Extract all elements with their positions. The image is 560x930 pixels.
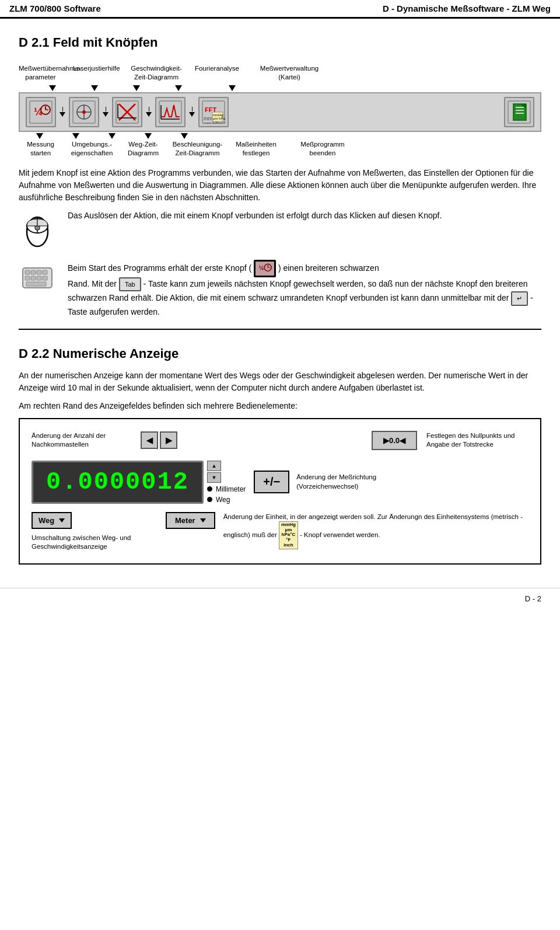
chevron-down-meter-icon: [200, 518, 206, 523]
label-messung: Messungstarten: [19, 140, 62, 158]
section-divider: [19, 329, 541, 330]
mouse-icon: [19, 210, 56, 249]
nd-arrow-right-btn[interactable]: ▶: [160, 431, 177, 449]
arrow-connector3: [146, 107, 152, 117]
svg-rect-40: [43, 270, 47, 274]
toolbar-arrows-top: [19, 85, 541, 91]
enter-key-label: ↵: [517, 294, 522, 304]
toolbar-wrapper: Meßwertübernahme-parameter Laserjustierh…: [19, 64, 541, 158]
section1-heading: D 2.1 Feld mit Knöpfen: [19, 35, 541, 50]
nd-right-label: Änderung der Meßrichtung (Vorzeichenwech…: [296, 473, 393, 491]
nd-mm-radio: Millimeter: [207, 485, 246, 493]
tab-key-label: Tab: [125, 280, 135, 290]
toolbar-label-messwertv: Meßwertverwaltung(Kartei): [251, 64, 327, 82]
section1-paragraph1: Mit jedem Knopf ist eine Aktion des Prog…: [19, 167, 541, 204]
nd-middle-row: 0.0000012 ▲ ▼ Millimeter Weg: [32, 461, 528, 504]
nd-plus-minus-btn[interactable]: +/−: [254, 471, 289, 493]
header-right: D - Dynamische Meßsoftware - ZLM Weg: [383, 4, 551, 13]
mouse-row: Das Auslösen der Aktion, die mit einem K…: [19, 210, 541, 249]
label-beschleunigung: Beschleunigung-Zeit-Diagramm: [170, 140, 225, 158]
toolbar-label-laser: Laserjustierhilfe: [73, 64, 120, 82]
nd-bottom-right-label: Änderung der Einheit, in der angezeigt w…: [223, 512, 528, 549]
label-masseinheiten: Maßeinheitenfestlegen: [230, 140, 282, 158]
nd-arrow-left-btn[interactable]: ◀: [141, 431, 158, 449]
btn-fft[interactable]: FFT mmHg µm hPa°C mmHg µm hPa°C: [198, 97, 229, 127]
keyboard-text2: ) einen breiteren schwarzen: [278, 263, 379, 272]
svg-rect-39: [37, 270, 41, 274]
section2-heading: D 2.2 Numerische Anzeige: [19, 346, 541, 361]
tab-key[interactable]: Tab: [119, 277, 141, 292]
arrow-connector4: [189, 107, 195, 117]
header-left: ZLM 700/800 Software: [9, 4, 101, 13]
nd-weg-bottom-label: Umschaltung zwischen Weg- und Geschwindi…: [32, 534, 148, 552]
toolbar-top-labels: Meßwertübernahme-parameter Laserjustierh…: [19, 64, 541, 82]
label-umgebungs: Umgebungs.-eigenschaften: [67, 140, 117, 158]
nd-arrow-pair: ◀ ▶: [141, 431, 177, 449]
btn-messung[interactable]: ¼: [26, 97, 56, 127]
numeric-display-diagram: Änderung der Anzahl der Nachkommastellen…: [19, 418, 541, 565]
page-header: ZLM 700/800 Software D - Dynamische Meßs…: [0, 0, 560, 19]
nd-weg-dropdown[interactable]: Weg: [32, 512, 72, 529]
nd-unit-up-btn[interactable]: ▲: [207, 461, 221, 471]
nd-weg-section: Weg Umschaltung zwischen Weg- und Geschw…: [32, 512, 148, 552]
nd-meter-label: Meter: [175, 516, 195, 525]
arrow-connector2: [103, 107, 108, 117]
nd-unit-arrows: ▲ ▼: [207, 461, 246, 483]
page-number: D - 2: [525, 594, 541, 603]
label-weg-zeit: Weg-Zeit-Diagramm: [121, 140, 165, 158]
toolbar-arrows-bottom: [19, 133, 541, 139]
toolbar-label-fourier: Fourieranalyse: [191, 64, 243, 82]
svg-text:µm hPa°C: µm hPa°C: [213, 117, 225, 120]
nd-unit-mm-label: Millimeter: [216, 485, 246, 493]
label-messprogramm: Meßprogrammbeenden: [296, 140, 349, 158]
svg-rect-44: [43, 276, 47, 280]
toolbar-bottom-labels: Messungstarten Umgebungs.-eigenschaften …: [19, 140, 541, 158]
nd-bottom-row: Weg Umschaltung zwischen Weg- und Geschw…: [32, 512, 528, 552]
keyboard-text3: Rand. Mit der: [68, 279, 119, 288]
btn-kartei[interactable]: [504, 97, 534, 127]
page-footer: D - 2: [0, 588, 560, 609]
mouse-text: Das Auslösen der Aktion, die mit einem K…: [68, 210, 442, 222]
nd-meter-section: Meter: [166, 512, 215, 529]
nd-top-right-label: Festlegen des Nullpunkts und Angabe der …: [426, 431, 528, 450]
chevron-down-weg-icon: [59, 518, 65, 523]
section2-paragraph2: Am rechten Rand des Anzeigefeldes befind…: [19, 400, 541, 412]
svg-point-9: [82, 110, 86, 114]
toolbar-icons-row: ¼: [19, 92, 541, 132]
nd-radio-weg-dot: [207, 497, 212, 502]
inline-clock-btn: ¼: [254, 260, 276, 277]
arrow-connector1: [60, 107, 65, 117]
keyboard-text1: Beim Start des Programms erhält der erst…: [68, 263, 251, 272]
nd-unit-col: ▲ ▼ Millimeter Weg: [207, 461, 246, 504]
btn-geschwind[interactable]: [112, 97, 142, 127]
nd-unit-down-btn[interactable]: ▼: [207, 472, 221, 483]
svg-text:¼: ¼: [259, 265, 264, 271]
btn-wave[interactable]: [155, 97, 186, 127]
nd-weg-radio: Weg: [207, 496, 246, 504]
svg-rect-43: [37, 276, 41, 280]
nd-top-left-label: Änderung der Anzahl der Nachkommastellen: [32, 431, 134, 450]
nd-top-row: Änderung der Anzahl der Nachkommastellen…: [32, 431, 528, 450]
keyboard-svg: [20, 260, 54, 294]
toolbar-label-geschwind: Geschwindigkeit-Zeit-Diagramm: [130, 64, 183, 82]
nd-inline-units-box: mmHg µm hPa°C °F inch: [279, 521, 298, 549]
nd-unit-change-suffix: - Knopf verwendet werden.: [300, 531, 380, 538]
keyboard-text-block: Beim Start des Programms erhält der erst…: [68, 260, 541, 318]
svg-rect-41: [25, 276, 30, 280]
nd-weg-label: Weg: [38, 516, 54, 525]
enter-key[interactable]: ↵: [511, 291, 528, 306]
svg-rect-15: [159, 101, 181, 123]
toolbar-label-messwert: Meßwertübernahme-parameter: [19, 64, 62, 82]
nd-meter-dropdown[interactable]: Meter: [166, 512, 215, 529]
svg-rect-37: [25, 270, 30, 274]
nd-radio-mm-dot: [207, 486, 212, 492]
nd-unit-weg-label: Weg: [216, 496, 230, 504]
nd-display-value: 0.0000012: [46, 468, 189, 496]
svg-rect-45: [26, 282, 46, 286]
svg-rect-42: [31, 276, 36, 280]
nd-seven-seg-display: 0.0000012: [32, 461, 204, 504]
btn-laser[interactable]: [69, 97, 99, 127]
mouse-svg: [22, 210, 52, 249]
nd-null-btn[interactable]: ▶0.0◀: [372, 431, 417, 450]
nd-null-label: ▶0.0◀: [383, 436, 405, 445]
